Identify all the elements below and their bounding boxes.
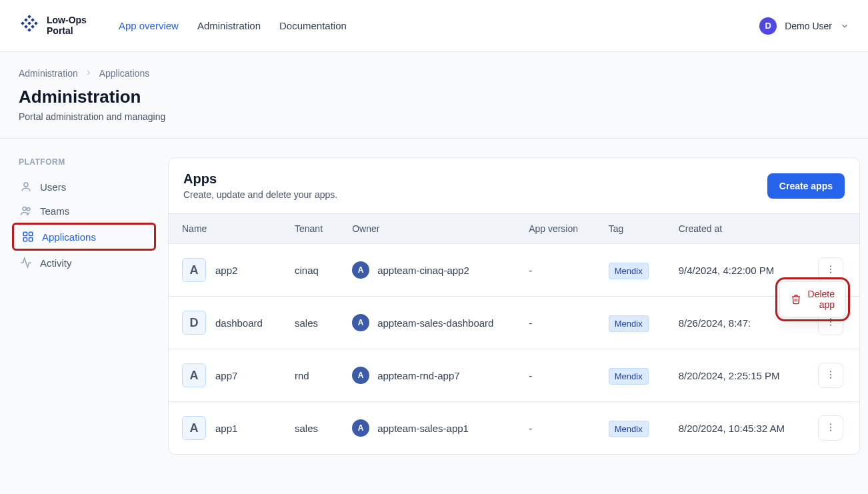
row-actions-button[interactable] [818, 257, 843, 283]
nav-app-overview[interactable]: App overview [119, 20, 179, 31]
card-title: Apps [183, 171, 337, 187]
col-owner[interactable]: Owner [339, 214, 515, 244]
brand-logo[interactable]: Low-Ops Portal [19, 14, 87, 37]
users-icon [20, 205, 32, 217]
svg-point-19 [830, 318, 831, 319]
table-row[interactable]: A app7 rnd A appteam-rnd-app7 - [169, 349, 859, 402]
svg-point-11 [27, 208, 31, 211]
svg-rect-6 [24, 25, 28, 29]
user-avatar: D [759, 17, 777, 35]
svg-point-9 [24, 183, 28, 187]
user-icon [20, 181, 32, 193]
row-actions-button[interactable] [818, 363, 843, 388]
user-name: Demo User [785, 21, 832, 31]
app-badge: A [182, 416, 206, 440]
created-at: 8/20/2024, 10:45:32 AM [665, 402, 805, 455]
svg-point-22 [830, 371, 831, 372]
row-actions-button[interactable] [818, 415, 843, 441]
activity-icon [20, 257, 32, 269]
owner-avatar: A [352, 314, 369, 331]
trash-icon [791, 294, 801, 305]
owner-avatar: A [352, 419, 369, 437]
app-badge: A [182, 363, 206, 387]
app-badge: D [182, 311, 206, 335]
tenant: rnd [281, 349, 339, 402]
tenant: sales [281, 297, 339, 349]
col-name[interactable]: Name [169, 214, 281, 244]
svg-rect-4 [27, 21, 31, 25]
tenant: sales [281, 402, 339, 455]
chevron-down-icon [840, 21, 849, 31]
svg-rect-5 [34, 21, 38, 25]
owner-name: appteam-cinaq-app2 [377, 265, 469, 276]
svg-rect-7 [31, 25, 35, 29]
apps-card: Apps Create, update and delete your apps… [168, 157, 860, 455]
sidebar-item-label: Teams [40, 205, 69, 217]
owner-avatar: A [352, 367, 369, 384]
svg-point-10 [23, 207, 26, 210]
card-subtitle: Create, update and delete your apps. [183, 189, 337, 200]
breadcrumb-item[interactable]: Administration [19, 68, 78, 79]
top-nav: App overview Administration Documentatio… [119, 20, 347, 31]
svg-point-18 [830, 271, 831, 273]
col-tag[interactable]: Tag [595, 214, 665, 244]
apps-icon [22, 231, 34, 243]
table-row[interactable]: A app1 sales A appteam-sales-app1 - [169, 402, 859, 455]
nav-administration[interactable]: Administration [197, 20, 261, 31]
svg-point-21 [830, 324, 831, 325]
table-row[interactable]: D dashboard sales A appteam-sales-dashbo… [169, 297, 859, 349]
sidebar-group-label: PLATFORM [12, 157, 156, 167]
delete-app-button[interactable]: Delete app [808, 289, 835, 310]
col-tenant[interactable]: Tenant [281, 214, 339, 244]
tag-badge: Mendix [609, 263, 649, 279]
logo-icon [19, 14, 40, 37]
app-name: dashboard [215, 317, 263, 329]
created-at: 8/20/2024, 2:25:15 PM [665, 349, 805, 402]
tag-badge: Mendix [609, 421, 649, 437]
more-vertical-icon [825, 369, 836, 382]
tenant: cinaq [281, 244, 339, 297]
sidebar-item-users[interactable]: Users [12, 175, 156, 199]
table-row[interactable]: A app2 cinaq A appteam-cinaq-app2 - [169, 244, 859, 297]
svg-rect-2 [31, 18, 35, 22]
svg-point-25 [830, 423, 831, 425]
svg-point-16 [830, 265, 831, 267]
col-created-at[interactable]: Created at [665, 214, 805, 244]
svg-point-20 [830, 321, 831, 322]
page-header: Administration Applications Administrati… [0, 52, 868, 139]
nav-documentation[interactable]: Documentation [279, 20, 347, 31]
row-actions-menu: Delete app [779, 281, 846, 317]
sidebar-item-label: Activity [40, 257, 72, 269]
app-name: app1 [215, 423, 237, 434]
svg-rect-0 [27, 15, 31, 19]
sidebar: PLATFORM Users Teams Applications [0, 139, 168, 473]
svg-rect-12 [23, 232, 27, 235]
sidebar-item-teams[interactable]: Teams [12, 199, 156, 223]
owner-name: appteam-rnd-app7 [377, 370, 459, 381]
owner-name: appteam-sales-dashboard [377, 317, 493, 329]
svg-rect-1 [24, 18, 28, 22]
tag-badge: Mendix [609, 368, 649, 385]
create-apps-button[interactable]: Create apps [767, 173, 845, 199]
page-subtitle: Portal administration and managing [19, 111, 849, 122]
svg-point-23 [830, 373, 831, 375]
app-version: - [515, 297, 595, 349]
app-badge: A [182, 258, 206, 282]
tag-badge: Mendix [609, 315, 649, 332]
svg-point-26 [830, 426, 831, 427]
breadcrumb-item[interactable]: Applications [99, 68, 150, 79]
svg-point-27 [830, 429, 831, 431]
sidebar-item-applications[interactable]: Applications [12, 223, 156, 251]
col-app-version[interactable]: App version [515, 214, 595, 244]
sidebar-item-activity[interactable]: Activity [12, 251, 156, 275]
app-version: - [515, 244, 595, 297]
app-version: - [515, 402, 595, 455]
svg-rect-3 [21, 21, 25, 25]
header: Low-Ops Portal App overview Administrati… [0, 0, 868, 52]
svg-point-17 [830, 268, 831, 269]
svg-rect-13 [29, 232, 33, 235]
user-menu[interactable]: D Demo User [759, 17, 849, 35]
more-vertical-icon [825, 422, 836, 435]
breadcrumb: Administration Applications [19, 68, 849, 79]
svg-point-24 [830, 377, 831, 378]
